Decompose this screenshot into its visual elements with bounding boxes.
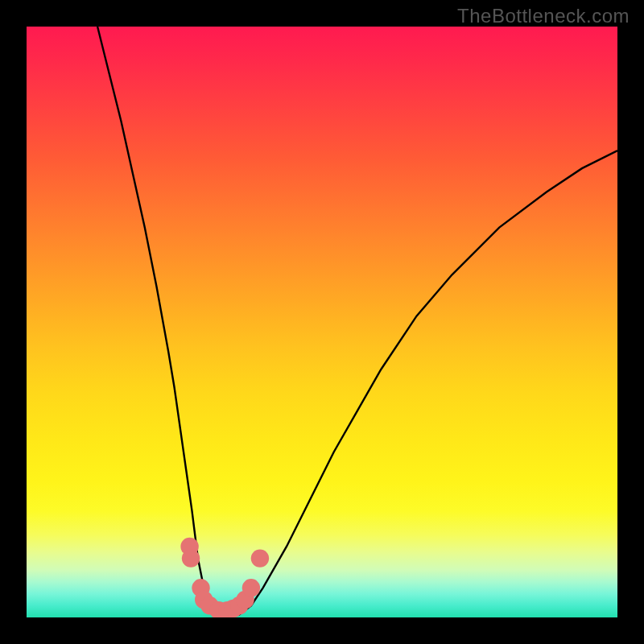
curve-left	[97, 27, 227, 617]
chart-frame: TheBottleneck.com	[0, 0, 644, 644]
curves-group	[97, 27, 617, 617]
markers-group	[180, 538, 269, 617]
data-marker	[182, 549, 200, 567]
data-marker	[251, 549, 269, 567]
plot-area	[27, 27, 617, 617]
data-marker	[242, 579, 260, 597]
watermark-text: TheBottleneck.com	[457, 5, 630, 27]
curve-right	[228, 151, 617, 617]
curve-svg	[27, 27, 617, 617]
